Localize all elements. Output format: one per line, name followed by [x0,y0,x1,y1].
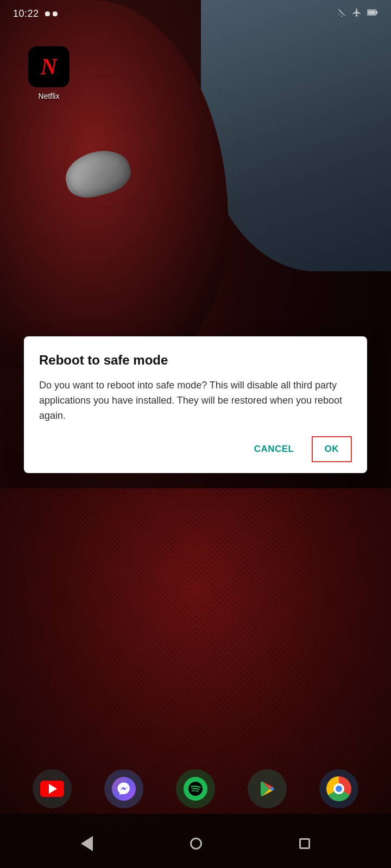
cancel-button[interactable]: CANCEL [241,436,307,462]
status-bar: 10:22 ⏺⏺ [0,0,391,27]
youtube-play-triangle [49,784,57,794]
chrome-logo [326,776,351,801]
svg-rect-2 [368,10,375,15]
spotify-logo [184,777,207,801]
netflix-letter: N [41,54,57,80]
airplane-mode-icon [352,8,362,20]
reboot-safe-mode-dialog: Reboot to safe mode Do you want to reboo… [24,336,367,473]
chrome-app-icon[interactable] [319,769,358,808]
nav-bar [0,819,391,868]
back-icon [81,836,93,851]
ok-button[interactable]: OK [312,436,352,462]
notification-muted-icon [337,8,346,20]
back-button[interactable] [81,836,93,851]
svg-rect-1 [376,11,378,14]
youtube-logo [40,781,64,797]
spotify-app-icon[interactable] [176,769,215,808]
netflix-label: Netflix [39,92,60,100]
status-time: 10:22 [13,8,39,20]
messenger-logo [112,777,136,801]
spiderman-body [0,488,391,814]
home-button[interactable] [190,838,202,850]
status-left: 10:22 ⏺⏺ [13,8,59,20]
battery-icon [367,9,378,18]
status-icons [337,8,378,20]
dialog-title: Reboot to safe mode [39,353,352,368]
messenger-app-icon[interactable] [104,769,143,808]
app-dock [0,769,391,808]
google-play-app-icon[interactable] [248,769,287,808]
netflix-app-icon-area[interactable]: N Netflix [28,46,70,100]
home-icon [190,838,202,850]
recents-button[interactable] [299,838,310,849]
dialog-buttons: CANCEL OK [39,436,352,462]
recents-icon [299,838,310,849]
dialog-message: Do you want to reboot into safe mode? Th… [39,378,352,424]
chrome-center-circle [333,783,344,794]
voicemail-icon: ⏺⏺ [43,9,59,18]
netflix-icon[interactable]: N [28,46,70,87]
google-play-logo [255,776,280,801]
youtube-app-icon[interactable] [33,769,72,808]
